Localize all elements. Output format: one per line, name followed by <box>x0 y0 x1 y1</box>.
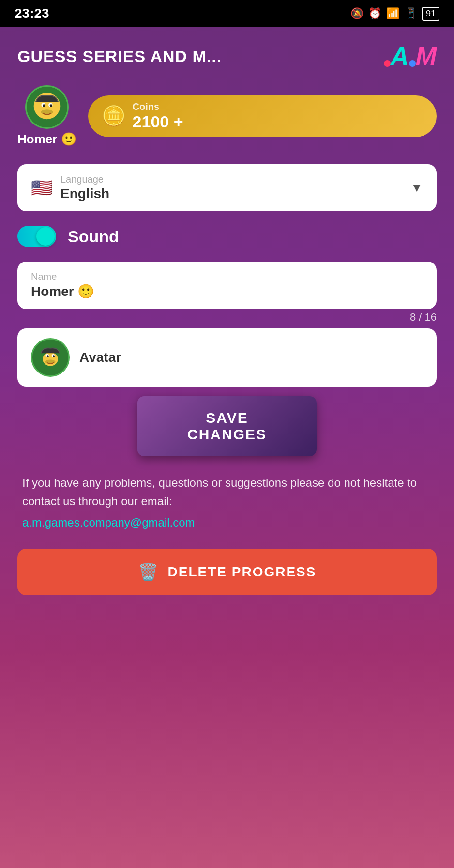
coins-amount: 2100 + <box>133 112 183 131</box>
logo-container: A M <box>384 42 437 71</box>
delete-progress-button[interactable]: 🗑️ DELETE PROGRESS <box>17 549 437 595</box>
status-time: 23:23 <box>15 6 49 21</box>
char-count: 8 / 16 <box>17 311 437 324</box>
contact-section: If you have any problems, questions or s… <box>17 474 437 529</box>
svg-point-15 <box>45 359 56 364</box>
user-row: Homer 🙂 🪙 Coins 2100 + <box>17 85 437 147</box>
name-label: Name <box>31 271 423 282</box>
homer-avatar-svg <box>27 87 67 127</box>
avatar-small-svg <box>33 341 67 374</box>
name-value: Homer 🙂 <box>31 283 423 299</box>
language-selector[interactable]: 🇺🇸 Language English ▼ <box>17 164 437 211</box>
logo-dot-red <box>384 60 391 67</box>
svg-point-14 <box>53 355 55 357</box>
alarm-icon: ⏰ <box>368 7 381 20</box>
logo-a: A <box>391 42 409 71</box>
logo-dot-blue <box>409 60 416 67</box>
language-info: Language English <box>61 174 403 202</box>
status-icons: 🔕 ⏰ 📶 📱 91 <box>350 7 439 21</box>
main-content: GUESS SERIES AND M... A M <box>0 27 454 624</box>
sound-row: Sound <box>17 221 437 252</box>
save-changes-button[interactable]: SAVE CHANGES <box>137 396 317 456</box>
svg-point-6 <box>43 104 45 107</box>
sound-toggle[interactable] <box>17 226 56 247</box>
coins-icon: 🪙 <box>102 105 126 127</box>
language-label: Language <box>61 174 403 185</box>
coins-text: Coins 2100 + <box>133 101 183 131</box>
app-title: GUESS SERIES AND M... <box>17 47 222 66</box>
user-avatar-container: Homer 🙂 <box>17 85 76 147</box>
svg-point-13 <box>47 355 49 357</box>
trash-icon: 🗑️ <box>138 562 158 582</box>
mute-icon: 🔕 <box>350 7 363 20</box>
chevron-down-icon: ▼ <box>410 180 423 195</box>
signal-icon: 📱 <box>404 7 417 20</box>
language-value: English <box>61 186 403 202</box>
language-flag: 🇺🇸 <box>31 178 53 198</box>
save-button-label: SAVE CHANGES <box>187 410 267 442</box>
wifi-icon: 📶 <box>386 7 399 20</box>
contact-email[interactable]: a.m.games.company@gmail.com <box>22 516 195 529</box>
coins-label: Coins <box>133 101 183 112</box>
delete-button-label: DELETE PROGRESS <box>168 564 317 580</box>
header: GUESS SERIES AND M... A M <box>17 42 437 71</box>
name-card[interactable]: Name Homer 🙂 <box>17 262 437 309</box>
logo-m: M <box>416 42 437 71</box>
user-avatar-large[interactable] <box>25 85 69 129</box>
svg-point-7 <box>50 104 52 107</box>
sound-label: Sound <box>68 227 119 246</box>
avatar-label: Avatar <box>79 350 121 365</box>
coins-badge[interactable]: 🪙 Coins 2100 + <box>88 95 437 137</box>
contact-text: If you have any problems, questions or s… <box>22 474 432 511</box>
avatar-selector[interactable]: Avatar <box>17 328 437 387</box>
logo-am: A M <box>384 42 437 71</box>
avatar-small <box>31 338 70 377</box>
user-name: Homer 🙂 <box>17 132 76 147</box>
toggle-knob <box>36 227 55 246</box>
status-bar: 23:23 🔕 ⏰ 📶 📱 91 <box>0 0 454 27</box>
svg-point-8 <box>41 109 53 115</box>
battery-icon: 91 <box>422 7 439 21</box>
